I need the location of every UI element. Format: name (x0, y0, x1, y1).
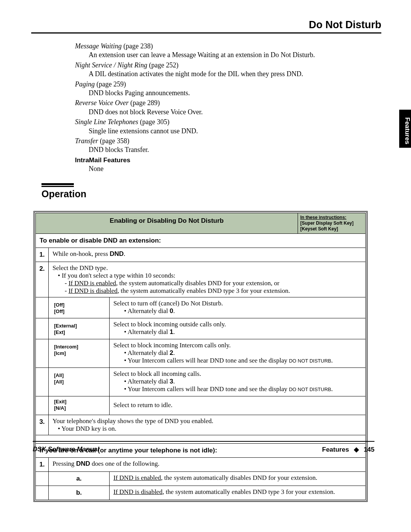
key-line: [External] (54, 323, 77, 329)
legend-line2: [Super Display Soft Key] (300, 220, 354, 226)
text: Select to turn off (cancel) Do Not Distu… (113, 300, 362, 307)
ref-item: Reverse Voice Over (page 289) DND does n… (75, 99, 349, 117)
text: Alternately dial (127, 307, 169, 315)
text: Alternately dial (127, 349, 169, 356)
ref-item: Single Line Telephones (page 305) Single… (75, 118, 349, 136)
related-features-list: Message Waiting (page 238) An extension … (75, 42, 349, 173)
legend-line3: [Keyset Soft Key] (300, 226, 338, 232)
text: Your Intercom callers will hear DND tone… (128, 357, 289, 364)
key-line: [Icm] (54, 350, 66, 356)
text: Alternately dial (127, 378, 169, 385)
section-row: To enable or disable DND an extension: (36, 234, 366, 248)
option-row: [Off] [Off] Select to turn off (cancel) … (36, 297, 366, 318)
option-desc: Select to block incoming outside calls o… (110, 318, 366, 339)
step-body: Your telephone's display shows the type … (49, 415, 366, 435)
text: , the system automatically disables DND … (161, 474, 317, 481)
key-label: 1 (170, 328, 173, 335)
text: . (173, 349, 175, 356)
empty-cell (36, 339, 49, 368)
text: Select the DND type. (53, 264, 362, 272)
dash-line: If DND is disabled, the system automatic… (69, 287, 362, 295)
option-desc: Select to return to idle. (110, 396, 366, 415)
bullet: Your Intercom callers will hear DND tone… (124, 357, 362, 364)
text: , the system automatically disables DND … (116, 280, 279, 287)
intramail-value: None (89, 165, 349, 173)
key-label: 3 (170, 378, 173, 385)
key-line: [Exit] (54, 399, 67, 404)
ref-page: (page 238) (123, 42, 153, 50)
dash-line: If DND is enabled, the system automatica… (69, 280, 362, 287)
ref-item: Night Service / Night Ring (page 252) A … (75, 61, 349, 79)
page-number: 145 (364, 446, 374, 453)
key-label: DND (76, 460, 90, 467)
ref-desc: DND blocks Paging announcements. (89, 89, 349, 97)
ref-item: Message Waiting (page 238) An extension … (75, 42, 349, 60)
table-legend: In these instructions: [Super Display So… (298, 213, 366, 234)
u-text: If DND is disabled (68, 287, 118, 294)
footer-section: Features (322, 446, 349, 453)
text: . (173, 378, 175, 385)
step-number: 3. (36, 415, 49, 435)
ref-title: Single Line Telephones (75, 118, 138, 126)
ref-page: (page 289) (130, 99, 159, 107)
text: Your telephone's display shows the type … (53, 417, 362, 425)
operation-heading: Operation (41, 189, 381, 200)
option-row: [All] [All] Select to block all incoming… (36, 368, 366, 396)
key-label: 2 (170, 349, 173, 356)
ref-item: Transfer (page 358) DND blocks Transfer. (75, 137, 349, 155)
text: Select to block incoming Intercom calls … (113, 342, 362, 349)
footer-manual-name: DSX Software Manual (33, 446, 99, 454)
key-line: [Off] (54, 302, 64, 308)
option-row: [External] [Ext] Select to block incomin… (36, 318, 366, 339)
substep-letter: a. (49, 471, 110, 486)
key-line: [Ext] (54, 329, 65, 335)
section-heading: To enable or disable DND an extension: (36, 234, 366, 248)
step-number: 1. (36, 248, 49, 262)
softkey-labels: [Exit] [N/A] (49, 396, 110, 415)
key-label: DND (110, 250, 124, 257)
key-line: [Off] (54, 308, 64, 314)
ref-item: Paging (page 259) DND blocks Paging anno… (75, 80, 349, 98)
key-line: [All] (54, 379, 64, 385)
text: . (173, 328, 175, 335)
step-row: 3. Your telephone's display shows the ty… (36, 415, 366, 435)
bullet: Your DND key is on. (64, 425, 362, 433)
text: Alternately dial (127, 328, 169, 335)
softkey-labels: [External] [Ext] (49, 318, 110, 339)
text: . (124, 250, 125, 257)
bullet: Alternately dial 1. (124, 328, 362, 336)
text: does one of the following. (90, 460, 159, 467)
page-title: Do Not Disturb (31, 19, 381, 34)
option-desc: Select to turn off (cancel) Do Not Distu… (110, 297, 366, 318)
empty-cell (36, 297, 49, 318)
option-desc: Select to block incoming Intercom calls … (110, 339, 366, 368)
ref-desc: A DIL destination activates the night mo… (89, 70, 349, 78)
table-header-row: Enabling or Disabling Do Not Disturb In … (36, 213, 366, 234)
ref-title: Transfer (75, 137, 98, 145)
text: Select to return to idle. (113, 401, 362, 409)
ref-desc: Single line extensions cannot use DND. (89, 127, 349, 136)
step-body: Pressing DND does one of the following. (49, 457, 366, 471)
footer-page: Features ◆ 145 (322, 446, 374, 454)
empty-cell (36, 471, 49, 486)
substep-row: a. If DND is enabled, the system automat… (36, 471, 366, 486)
bullet: Alternately dial 0. (124, 307, 362, 315)
substep-body: If DND is disabled, the system automatic… (110, 486, 366, 500)
key-line: [N/A] (54, 405, 66, 411)
empty-cell (36, 396, 49, 415)
step-row: 1. Pressing DND does one of the followin… (36, 457, 366, 471)
softkey-labels: [Off] [Off] (49, 297, 110, 318)
key-line: [All] (54, 372, 64, 378)
empty-cell (36, 486, 49, 500)
key-label: 0 (170, 307, 173, 315)
ref-desc: An extension user can leave a Message Wa… (89, 51, 349, 59)
ref-title: Message Waiting (75, 42, 122, 50)
operation-table: Enabling or Disabling Do Not Disturb In … (33, 211, 368, 502)
section-rule (41, 183, 74, 187)
intramail-heading: IntraMail Features (75, 156, 349, 165)
text: . (331, 357, 333, 364)
legend-line1: In these instructions: (300, 215, 346, 220)
bullet: If you don't select a type within 10 sec… (64, 272, 362, 280)
table-title: Enabling or Disabling Do Not Disturb (36, 213, 298, 234)
ref-title: Night Service / Night Ring (75, 61, 147, 69)
